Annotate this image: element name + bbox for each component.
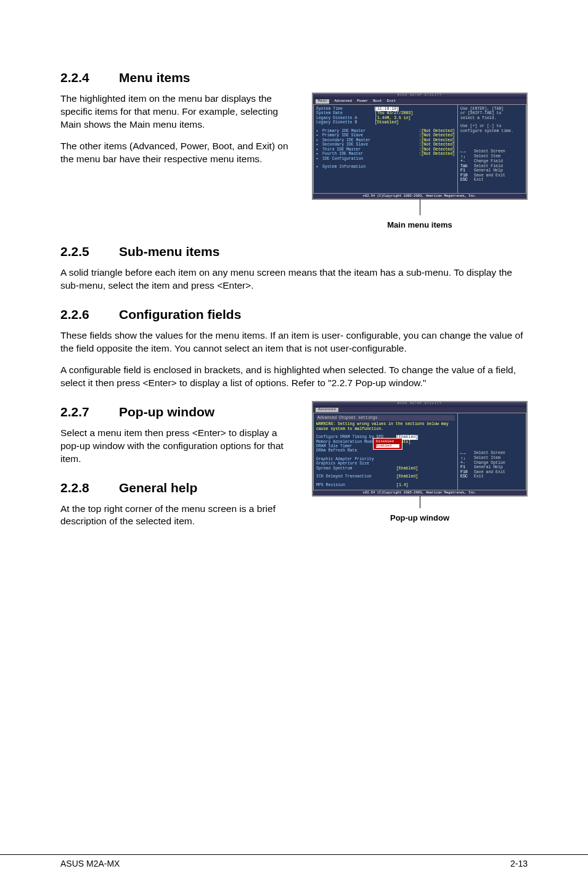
bios-side-pane: Use [ENTER], [TAB] or [SHIFT-TAB] to sel… [457, 104, 526, 194]
bios-sub: Third IDE Master [322, 147, 361, 152]
bios-tab-advanced: Advanced [316, 408, 338, 412]
bios-sub: Secondary IDE Master [322, 138, 370, 142]
bios-side-pane: ←→Select Screen ↑↓Select Item +-Change O… [457, 413, 526, 490]
bios-val: :[Not Detected] [419, 142, 455, 147]
bios-label: Legacy Diskette A [316, 116, 375, 120]
help-txt: General Help [474, 465, 503, 469]
para-226-1: These fields show the values for the men… [60, 329, 528, 355]
help-key: ←→ [460, 451, 474, 456]
help-txt: Select Item [474, 154, 500, 159]
help-txt: Select Field [474, 164, 503, 168]
help-key: F1 [460, 168, 474, 173]
heading-num: 2.2.7 [60, 405, 119, 419]
bios-titlebar: BIOS SETUP UTILITY [313, 402, 526, 407]
bios-sub: Fourth IDE Master [322, 152, 363, 156]
para-227: Select a menu item then press <Enter> to… [60, 427, 293, 466]
bios-sub: Primary IDE Slave [322, 133, 363, 138]
bios-titlebar: BIOS SETUP UTILITY [313, 94, 526, 99]
bios-main-pane: Advanced Chipset settings WARNING: Setti… [313, 413, 457, 490]
bios-main-pane: System Time[11:10:19] System Date[Thu 03… [313, 104, 457, 194]
help-text: Use [+] or [-] to [460, 124, 523, 128]
para-224-2: The other items (Advanced, Power, Boot, … [60, 140, 301, 166]
bios-val: [Disabled] [375, 120, 399, 125]
bios-val: :[Not Detected] [419, 138, 455, 142]
help-txt: General Help [474, 168, 503, 173]
bios-label: System Date [316, 111, 375, 115]
help-txt: Select Screen [474, 149, 505, 154]
heading-num: 2.2.4 [60, 70, 119, 85]
para-225: A solid triangle before each item on any… [60, 266, 528, 292]
bios-label: Spread Spectrum [316, 466, 396, 471]
bios-tab-advanced: Advanced [334, 99, 352, 104]
bios-sub: Secondary IDE Slave [322, 142, 368, 147]
help-txt: Select Item [474, 456, 500, 461]
footer-right: 2-13 [510, 859, 528, 868]
bios-label: System Time [316, 107, 375, 111]
bios-sub: Primary IDE Master [322, 129, 365, 133]
para-224-1: The highlighted item on the menu bar dis… [60, 93, 301, 131]
bios-val: :[Not Detected] [419, 152, 455, 156]
help-txt: Exit [474, 178, 484, 182]
caption-popup: Pop-up window [390, 513, 449, 522]
bios-popup: Disabled Enabled [373, 438, 402, 450]
bios-val: [Thu 03/27/2003] [375, 111, 413, 115]
bios-label: MPS Revision [316, 483, 396, 487]
heading-title: Configuration fields [119, 307, 241, 321]
popup-option-selected: Enabled [376, 444, 399, 448]
bios-val: [1.4] [396, 483, 409, 487]
heading-title: Sub-menu items [119, 244, 219, 258]
bios-foot: v02.54 (C)Copyright 1985-2003, American … [313, 194, 526, 199]
help-txt: Select Screen [474, 451, 505, 456]
help-key: F10 [460, 173, 474, 178]
bios-val: [1.44M, 3.5 in] [375, 116, 411, 120]
para-226-2: A configurable field is enclosed in brac… [60, 364, 528, 390]
help-text: Use [ENTER], [TAB] [460, 107, 523, 111]
heading-226: 2.2.6Configuration fields [60, 307, 528, 322]
bios-label: ICH Delayed Transaction [316, 474, 396, 479]
bios-label: Legacy Diskette B [316, 120, 375, 125]
help-txt: Save and Exit [474, 173, 505, 178]
heading-224: 2.2.4Menu items [60, 70, 528, 85]
help-text: configure system time. [460, 129, 523, 133]
help-txt: Change Field [474, 159, 503, 163]
bios-sysinfo: System Information [322, 165, 365, 169]
heading-225: 2.2.5Sub-menu items [60, 244, 528, 259]
bios-val: :[Not Detected] [419, 129, 455, 133]
bios-val: [Enabled] [396, 474, 418, 479]
heading-228: 2.2.8General help [60, 481, 293, 495]
help-key: +- [460, 159, 474, 163]
bios-tab-exit: Exit [387, 99, 396, 104]
bios-val: [Enabled] [396, 466, 418, 471]
heading-title: General help [119, 481, 197, 495]
bios-label: Graphics Aperture Size [316, 461, 396, 466]
bios-tab-power: Power [357, 99, 368, 104]
help-key: ESC [460, 474, 474, 479]
help-key: ↑↓ [460, 456, 474, 461]
heading-227: 2.2.7Pop-up window [60, 405, 293, 419]
bios-sub: IDE Configuration [322, 157, 363, 161]
bios-header: Advanced Chipset settings [316, 415, 455, 421]
page-footer: ASUS M2A-MX 2-13 [0, 854, 588, 868]
help-key: Tab [460, 164, 474, 168]
bios-tab-boot: Boot [373, 99, 382, 104]
bios-val: [11:10:19] [375, 107, 399, 111]
bios-main-screenshot: BIOS SETUP UTILITY Main Advanced Power B… [312, 93, 528, 200]
bios-val: :[Not Detected] [419, 147, 455, 152]
help-key: F10 [460, 470, 474, 474]
help-key: +- [460, 461, 474, 465]
bios-foot: v02.54 (C)Copyright 1985-2003, American … [313, 490, 526, 495]
help-key: ←→ [460, 149, 474, 154]
help-txt: Exit [474, 474, 484, 479]
help-txt: Change Option [474, 461, 505, 465]
heading-title: Menu items [119, 70, 190, 85]
bios-tabs: Advanced [313, 407, 526, 413]
help-txt: Save and Exit [474, 470, 505, 474]
bios-warning: WARNING: Setting wrong values in the sec… [316, 422, 455, 431]
help-key: F1 [460, 465, 474, 469]
help-text: or [SHIFT-TAB] to [460, 111, 523, 115]
bios-val: :[Not Detected] [419, 133, 455, 138]
heading-num: 2.2.6 [60, 307, 119, 322]
heading-title: Pop-up window [119, 405, 214, 419]
heading-num: 2.2.5 [60, 244, 119, 259]
bios-label: Graphic Adapter Priority [316, 457, 396, 461]
